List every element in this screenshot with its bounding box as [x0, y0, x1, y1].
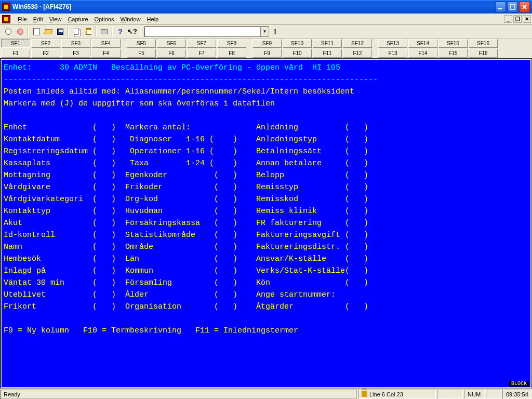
new-button[interactable] — [30, 26, 42, 37]
sf15-button[interactable]: SF15 — [438, 39, 468, 48]
status-position: Line 6 Col 23 — [358, 390, 436, 399]
f15-button[interactable]: F15 — [438, 49, 468, 58]
help-icon: ? — [118, 28, 123, 35]
status-scrl — [486, 390, 501, 399]
sf-row: SF1SF2SF3SF4SF5SF6SF7SF8SF9SF10SF11SF12S… — [0, 38, 532, 48]
f10-button[interactable]: F10 — [283, 49, 312, 58]
f13-button[interactable]: F13 — [378, 49, 407, 58]
sf12-button[interactable]: SF12 — [343, 39, 372, 48]
maximize-button[interactable] — [507, 2, 518, 12]
disconnect-icon — [17, 29, 23, 35]
print-button[interactable] — [98, 26, 110, 37]
sf1-button[interactable]: SF1 — [1, 39, 30, 48]
toolbar: ? ↖? ▼ ! — [0, 25, 532, 38]
titlebar: Win6530 - [AFI4276] — [0, 0, 532, 14]
paste-icon — [86, 28, 91, 35]
menu-options[interactable]: Options — [91, 15, 117, 23]
f16-button[interactable]: F16 — [469, 49, 498, 58]
sf8-button[interactable]: SF8 — [217, 39, 246, 48]
f1-button[interactable]: F1 — [1, 49, 30, 58]
connect-button[interactable] — [2, 26, 14, 37]
save-button[interactable] — [54, 26, 66, 37]
f12-button[interactable]: F12 — [343, 49, 372, 58]
menu-window[interactable]: Window — [117, 15, 143, 23]
disconnect-button[interactable] — [14, 26, 26, 37]
whatsthis-button[interactable]: ↖? — [126, 26, 138, 37]
statusbar: Ready Line 6 Col 23 NUM 09:35:54 — [0, 389, 532, 399]
svg-rect-0 — [498, 8, 502, 9]
sf9-button[interactable]: SF9 — [252, 39, 282, 48]
mdi-restore-button[interactable]: ❐ — [513, 15, 522, 23]
status-num: NUM — [464, 390, 485, 399]
print-icon — [101, 29, 108, 34]
menubar: File Edit View Capture Options Window He… — [0, 14, 532, 25]
svg-rect-1 — [510, 5, 515, 9]
terminal-frame: Enhet: 30 ADMIN Beställning av PC-överfö… — [0, 58, 532, 389]
copy-icon — [74, 29, 79, 35]
menu-edit[interactable]: Edit — [30, 15, 46, 23]
save-icon — [57, 29, 63, 35]
terminal[interactable]: Enhet: 30 ADMIN Beställning av PC-överfö… — [2, 60, 530, 387]
menu-capture[interactable]: Capture — [64, 15, 91, 23]
mdi-minimize-button[interactable]: _ — [504, 15, 512, 23]
f4-button[interactable]: F4 — [91, 49, 121, 58]
f6-button[interactable]: F6 — [157, 49, 186, 58]
block-indicator: BLOCK — [509, 381, 529, 387]
mdi-close-button[interactable]: ✕ — [523, 15, 531, 23]
f14-button[interactable]: F14 — [408, 49, 437, 58]
macro-combo[interactable]: ▼ — [144, 26, 269, 37]
sf6-button[interactable]: SF6 — [157, 39, 186, 48]
help-button[interactable]: ? — [114, 26, 126, 37]
new-icon — [33, 28, 39, 35]
open-icon — [44, 29, 52, 34]
close-button[interactable] — [519, 2, 530, 12]
f3-button[interactable]: F3 — [61, 49, 90, 58]
f5-button[interactable]: F5 — [127, 49, 156, 58]
sf10-button[interactable]: SF10 — [283, 39, 312, 48]
f7-button[interactable]: F7 — [187, 49, 216, 58]
menu-help[interactable]: Help — [144, 15, 162, 23]
sf16-button[interactable]: SF16 — [469, 39, 498, 48]
minimize-button[interactable] — [495, 2, 506, 12]
paste-button[interactable] — [82, 26, 94, 37]
menu-file[interactable]: File — [15, 15, 30, 23]
arrow-help-icon: ↖? — [127, 28, 137, 35]
f8-button[interactable]: F8 — [217, 49, 246, 58]
open-button[interactable] — [42, 26, 54, 37]
sf3-button[interactable]: SF3 — [61, 39, 90, 48]
combo-drop-icon[interactable]: ▼ — [260, 27, 269, 36]
sf7-button[interactable]: SF7 — [187, 39, 216, 48]
status-time: 09:35:54 — [502, 390, 531, 399]
f-row: F1F2F3F4F5F6F7F8F9F10F11F12F13F14F15F16 — [0, 48, 532, 58]
sf13-button[interactable]: SF13 — [378, 39, 407, 48]
exclaim-icon: ! — [274, 28, 276, 35]
status-ready: Ready — [0, 390, 357, 399]
sf4-button[interactable]: SF4 — [91, 39, 121, 48]
status-cap — [437, 390, 463, 399]
sf2-button[interactable]: SF2 — [31, 39, 60, 48]
connect-icon — [5, 29, 11, 35]
f2-button[interactable]: F2 — [31, 49, 60, 58]
macro-input[interactable] — [145, 27, 260, 36]
run-macro-button[interactable]: ! — [269, 26, 281, 37]
sf14-button[interactable]: SF14 — [408, 39, 437, 48]
lock-icon — [362, 391, 367, 397]
copy-button[interactable] — [70, 26, 82, 37]
window-title: Win6530 - [AFI4276] — [12, 3, 71, 10]
sf11-button[interactable]: SF11 — [313, 39, 342, 48]
f11-button[interactable]: F11 — [313, 49, 342, 58]
mdi-icon[interactable] — [2, 15, 10, 23]
menu-view[interactable]: View — [46, 15, 65, 23]
sf5-button[interactable]: SF5 — [127, 39, 156, 48]
app-icon — [2, 3, 10, 11]
f9-button[interactable]: F9 — [252, 49, 282, 58]
